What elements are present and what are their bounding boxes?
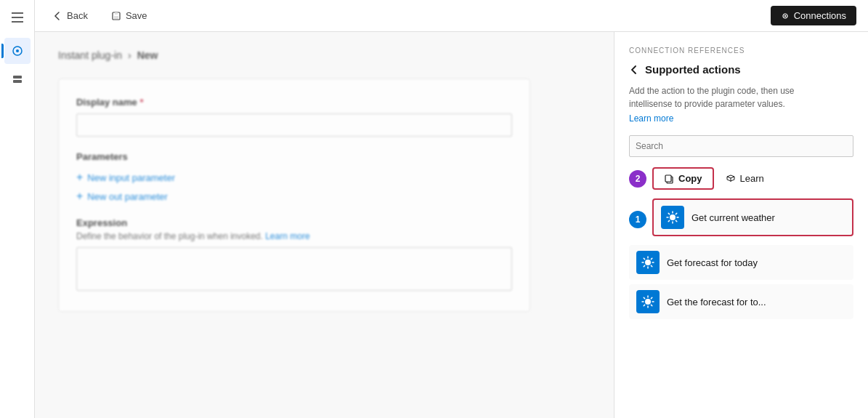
supported-actions-header: Supported actions [629, 63, 853, 76]
svg-point-29 [645, 299, 651, 305]
badge-2: 2 [629, 170, 646, 188]
main-area: Back Save Connections Instant plug-in › [35, 0, 868, 418]
content-wrapper: Instant plug-in › New Display name * Par… [35, 32, 868, 418]
action-item-get-current-weather[interactable]: Get current weather [652, 198, 853, 236]
action-item-get-forecast-today[interactable]: Get forecast for today [629, 245, 853, 280]
breadcrumb-parent: Instant plug-in [58, 49, 122, 61]
sun-icon-2 [641, 256, 654, 269]
back-arrow-icon-right[interactable] [629, 65, 639, 75]
action-label-forecast-today: Get forecast for today [667, 257, 758, 268]
svg-line-19 [668, 220, 669, 221]
svg-rect-6 [115, 12, 118, 15]
plus-icon-input: + [76, 171, 83, 184]
action-icon-forecast-today [636, 251, 660, 274]
svg-rect-10 [665, 175, 671, 182]
svg-line-25 [644, 258, 644, 259]
action-item-get-forecast-for[interactable]: Get the forecast for to... [629, 284, 853, 319]
right-panel: CONNECTION REFERENCES Supported actions … [614, 32, 868, 418]
svg-line-17 [676, 220, 676, 221]
form-panel: Instant plug-in › New Display name * Par… [35, 32, 614, 418]
sun-icon-3 [641, 295, 654, 308]
supported-actions-title: Supported actions [645, 63, 741, 76]
sidebar [0, 0, 35, 418]
svg-rect-2 [13, 76, 22, 79]
parameters-title: Parameters [76, 151, 512, 162]
copy-learn-row: 2 Copy Learn [629, 167, 853, 190]
svg-line-36 [651, 297, 652, 298]
back-arrow-icon [52, 11, 62, 21]
save-icon [111, 11, 121, 21]
breadcrumb: Instant plug-in › New [58, 49, 591, 61]
display-name-label: Display name * [76, 97, 512, 108]
right-panel-learn-more-link[interactable]: Learn more [629, 113, 853, 124]
get-current-weather-row: 1 [629, 198, 853, 241]
required-indicator: * [139, 97, 143, 108]
desc-line2: intellisense to provide parameter values… [629, 99, 785, 109]
action-icon-forecast-for [636, 290, 660, 313]
learn-label: Learn [740, 173, 764, 184]
hamburger-menu[interactable] [6, 6, 29, 29]
svg-point-11 [670, 214, 676, 220]
svg-line-34 [644, 297, 644, 298]
save-label: Save [126, 10, 147, 21]
new-out-param-label: New out parameter [87, 191, 168, 202]
back-label: Back [67, 10, 88, 21]
new-out-param-link[interactable]: + New out parameter [76, 190, 512, 203]
connections-button[interactable]: Connections [771, 6, 856, 25]
svg-point-20 [645, 260, 651, 265]
copy-label: Copy [678, 173, 702, 184]
expression-desc: Define the behavior of the plug-in when … [76, 231, 512, 241]
sidebar-item-layers[interactable] [4, 67, 31, 93]
breadcrumb-current: New [137, 49, 158, 61]
learn-button[interactable]: Learn [720, 169, 770, 188]
expression-textarea[interactable] [76, 247, 512, 291]
svg-line-28 [644, 265, 644, 266]
svg-rect-3 [13, 80, 22, 83]
new-input-param-label: New input parameter [87, 172, 175, 183]
form-card: Display name * Parameters + New input pa… [58, 79, 530, 312]
desc-line1: Add the action to the plugin code, then … [629, 86, 795, 96]
action-icon-weather [661, 206, 684, 229]
connection-ref-label: CONNECTION REFERENCES [629, 47, 853, 55]
svg-point-8 [784, 15, 786, 16]
search-input[interactable] [629, 135, 853, 157]
svg-rect-5 [114, 16, 118, 19]
sidebar-item-connector[interactable] [4, 38, 31, 64]
connections-icon [781, 12, 790, 20]
svg-line-26 [651, 265, 652, 266]
save-button[interactable]: Save [105, 7, 153, 24]
supported-actions-desc: Add the action to the plugin code, then … [629, 84, 853, 110]
expression-title: Expression [76, 217, 512, 228]
back-button[interactable]: Back [46, 7, 94, 24]
action-label-get-current-weather: Get current weather [691, 212, 775, 223]
sun-icon [666, 211, 679, 224]
learn-icon [726, 174, 736, 184]
topbar: Back Save Connections [35, 0, 868, 32]
parameters-section: Parameters + New input parameter + New o… [76, 151, 512, 203]
new-input-param-link[interactable]: + New input parameter [76, 171, 512, 184]
connections-label: Connections [794, 10, 846, 21]
expression-desc-text: Define the behavior of the plug-in when … [76, 231, 263, 241]
breadcrumb-separator: › [128, 49, 131, 61]
expression-learn-more-link[interactable]: Learn more [265, 231, 309, 241]
display-name-input[interactable] [76, 113, 512, 137]
plus-icon-out: + [76, 190, 83, 203]
svg-line-37 [644, 305, 644, 305]
svg-line-35 [651, 305, 652, 305]
copy-button[interactable]: Copy [652, 167, 714, 190]
action-label-forecast-for: Get the forecast for to... [667, 297, 766, 308]
svg-line-16 [668, 213, 669, 214]
badge-1: 1 [629, 211, 646, 228]
svg-point-1 [16, 49, 19, 52]
svg-line-18 [676, 213, 676, 214]
copy-icon [664, 174, 674, 184]
svg-line-27 [651, 258, 652, 259]
expression-section: Expression Define the behavior of the pl… [76, 217, 512, 294]
